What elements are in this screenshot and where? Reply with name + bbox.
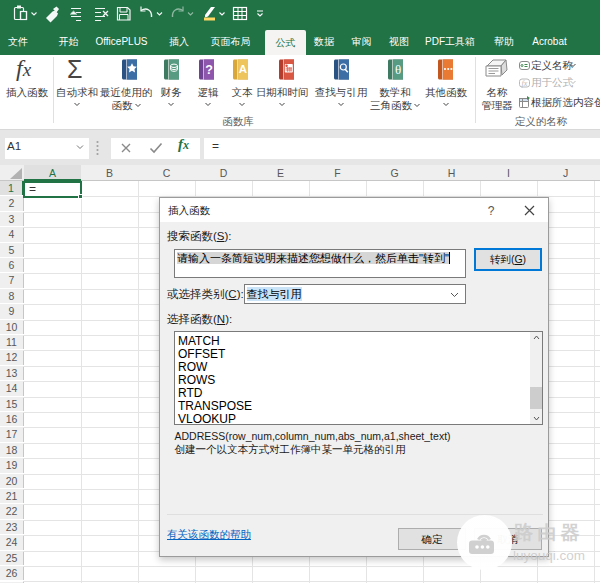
svg-text:θ: θ: [394, 61, 400, 76]
svg-text:?: ?: [205, 62, 213, 76]
svg-text:A: A: [238, 63, 246, 75]
svg-text:fx: fx: [522, 79, 528, 88]
svg-text:?: ?: [488, 204, 495, 217]
